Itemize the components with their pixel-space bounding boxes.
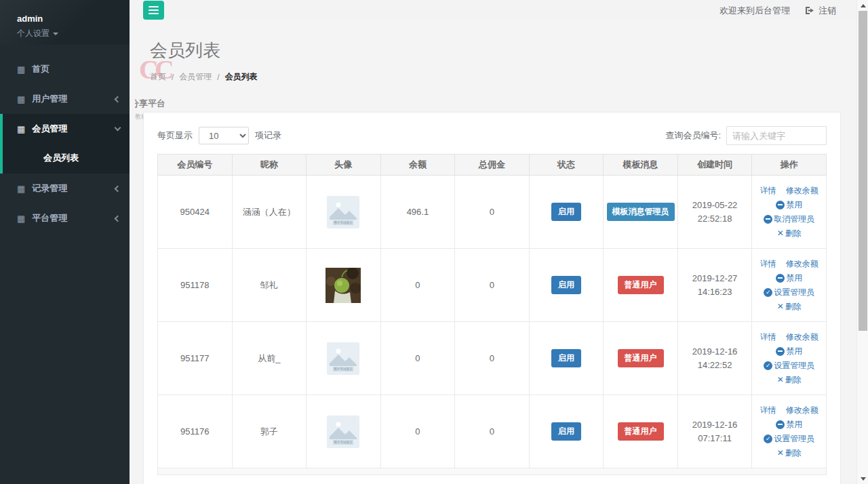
member-id: 950424	[158, 176, 233, 249]
table-row: 951176 郭子 图片无法显示 0 0 启用 普通用户 2019-12-16 …	[158, 395, 827, 468]
scrollbar-thumb[interactable]	[859, 11, 867, 331]
broken-image-placeholder: 图片无法显示	[327, 342, 359, 375]
breadcrumb: 首页 / 会员管理 / 会员列表	[150, 71, 856, 83]
per-page-select[interactable]: 10	[199, 127, 249, 144]
x-icon: ✕	[777, 375, 784, 384]
member-nickname: 从前_	[232, 322, 307, 395]
member-id: 951176	[158, 395, 233, 468]
broken-image-placeholder: 图片无法显示	[327, 416, 359, 448]
admin-toggle-link[interactable]: ✓设置管理员	[764, 287, 814, 298]
disable-link[interactable]: 禁用	[776, 273, 802, 284]
created-time: 2019-05-22 22:52:18	[678, 199, 752, 226]
detail-link[interactable]: 详情	[760, 331, 776, 343]
logout-link[interactable]: 注销	[805, 5, 836, 17]
status-badge[interactable]: 启用	[551, 276, 581, 294]
welcome-text: 欢迎来到后台管理	[719, 5, 790, 17]
member-nickname: 邹礼	[232, 249, 307, 322]
svg-text:图片无法显示: 图片无法显示	[334, 220, 353, 225]
role-badge[interactable]: 模板消息管理员	[607, 203, 675, 221]
detail-link[interactable]: 详情	[760, 185, 776, 197]
table-icon: ▦	[17, 65, 25, 74]
sidebar: admin 个人设置 ▦ 首页 ▦ 用户管理 ▦ 会员管理 会员列表 ▦ 记录管…	[0, 0, 130, 484]
disable-link[interactable]: 禁用	[776, 346, 802, 357]
breadcrumb-home[interactable]: 首页	[150, 71, 166, 83]
broken-image-placeholder: 图片无法显示	[327, 196, 359, 228]
avatar: 图片无法显示	[307, 196, 380, 228]
username: admin	[17, 14, 130, 24]
sidebar-item-member-management[interactable]: ▦ 会员管理	[3, 114, 130, 144]
status-badge[interactable]: 启用	[551, 203, 581, 221]
sidebar-item-label: 会员管理	[32, 123, 115, 135]
sidebar-item-label: 首页	[32, 63, 120, 75]
table-row: 950424 涵涵（人在） 图片无法显示 496.1 0 启用 模板消息管理员 …	[158, 176, 827, 249]
modify-balance-link[interactable]: 修改余额	[786, 405, 818, 416]
role-badge[interactable]: 普通用户	[618, 422, 664, 441]
admin-toggle-link[interactable]: 取消管理员	[764, 214, 814, 225]
admin-toggle-link[interactable]: ✓设置管理员	[764, 360, 814, 371]
triangle-up-icon	[861, 4, 866, 7]
delete-link[interactable]: ✕ 删除	[777, 301, 802, 312]
created-time: 2019-12-16 07:17:11	[678, 418, 752, 445]
status-badge[interactable]: 启用	[551, 422, 581, 441]
sidebar-nav: ▦ 首页 ▦ 用户管理 ▦ 会员管理 会员列表 ▦ 记录管理 ▦ 平台管理	[0, 54, 130, 233]
sidebar-item-platform-management[interactable]: ▦ 平台管理	[0, 203, 130, 233]
avatar	[307, 268, 380, 303]
member-commission: 0	[455, 249, 530, 322]
sidebar-item-user-management[interactable]: ▦ 用户管理	[0, 84, 130, 114]
delete-link[interactable]: ✕ 删除	[777, 374, 802, 386]
modify-balance-link[interactable]: 修改余额	[786, 331, 818, 343]
col-member-id: 会员编号	[158, 155, 233, 176]
delete-link[interactable]: ✕ 删除	[777, 447, 802, 459]
sidebar-item-label: 用户管理	[32, 93, 115, 105]
disable-link[interactable]: 禁用	[776, 419, 802, 430]
member-commission: 0	[455, 395, 530, 468]
check-circle-icon: ✓	[764, 288, 772, 297]
delete-link[interactable]: ✕ 删除	[777, 228, 802, 239]
per-page-label: 每页显示	[157, 129, 193, 142]
table-icon: ▦	[17, 125, 25, 134]
col-operations: 操作	[752, 155, 827, 176]
page-title: 会员列表	[150, 39, 856, 62]
breadcrumb-separator: /	[172, 73, 174, 82]
breadcrumb-current: 会员列表	[225, 71, 258, 83]
created-time: 2019-12-16 14:22:52	[678, 345, 752, 372]
member-commission: 0	[455, 176, 530, 249]
modify-balance-link[interactable]: 修改余额	[786, 258, 818, 270]
status-badge[interactable]: 启用	[551, 349, 581, 367]
svg-text:图片无法显示: 图片无法显示	[334, 367, 353, 371]
sidebar-section-member-management: ▦ 会员管理 会员列表	[0, 114, 130, 174]
admin-toggle-link[interactable]: ✓设置管理员	[764, 433, 814, 445]
svg-text:图片无法显示: 图片无法显示	[334, 440, 353, 445]
search-input[interactable]	[726, 126, 827, 145]
disable-link[interactable]: 禁用	[776, 199, 802, 211]
col-avatar: 头像	[307, 155, 381, 176]
chevron-left-icon	[115, 96, 121, 102]
sidebar-subitem-member-list[interactable]: 会员列表	[3, 144, 130, 174]
role-badge[interactable]: 普通用户	[618, 349, 664, 367]
chevron-left-icon	[115, 185, 121, 192]
member-balance: 0	[380, 249, 455, 322]
detail-link[interactable]: 详情	[760, 258, 776, 270]
sidebar-toggle-button[interactable]	[143, 1, 164, 20]
detail-link[interactable]: 详情	[760, 405, 776, 416]
minus-circle-icon	[776, 347, 785, 356]
member-id: 951178	[158, 249, 233, 322]
logout-icon	[805, 6, 814, 15]
member-photo	[326, 268, 361, 303]
member-nickname: 郭子	[232, 395, 307, 468]
sidebar-item-home[interactable]: ▦ 首页	[0, 54, 130, 84]
logout-label: 注销	[818, 5, 836, 17]
minus-circle-icon	[776, 274, 785, 283]
role-badge[interactable]: 普通用户	[618, 276, 664, 294]
user-panel: admin 个人设置	[0, 0, 130, 45]
breadcrumb-member-management[interactable]: 会员管理	[179, 71, 212, 83]
col-balance: 余额	[380, 155, 455, 176]
user-settings-dropdown[interactable]: 个人设置	[17, 28, 130, 39]
sidebar-item-record-management[interactable]: ▦ 记录管理	[0, 174, 130, 203]
scrollbar-up-button[interactable]	[857, 0, 868, 11]
check-circle-icon: ✓	[764, 435, 772, 443]
member-id: 951177	[158, 322, 233, 395]
scrollbar-down-button[interactable]	[857, 473, 868, 484]
member-balance: 0	[380, 395, 455, 468]
modify-balance-link[interactable]: 修改余额	[786, 185, 818, 197]
